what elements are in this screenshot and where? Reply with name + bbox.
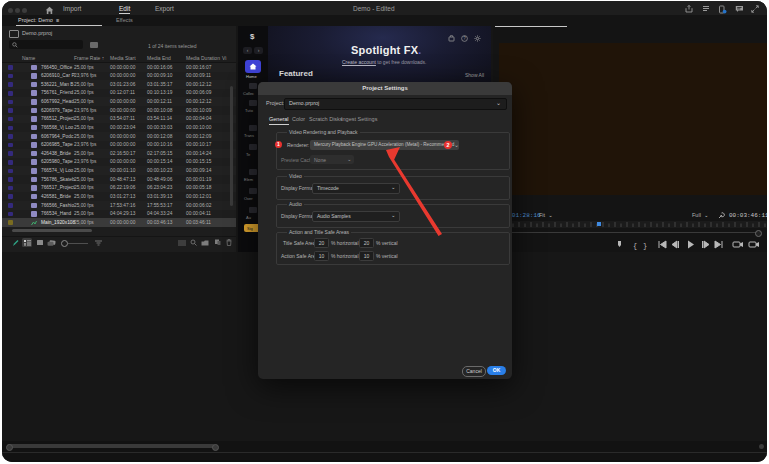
svg-text:}: } <box>643 242 647 250</box>
svg-text:{: { <box>633 242 637 250</box>
svg-text:?: ? <box>463 36 466 41</box>
